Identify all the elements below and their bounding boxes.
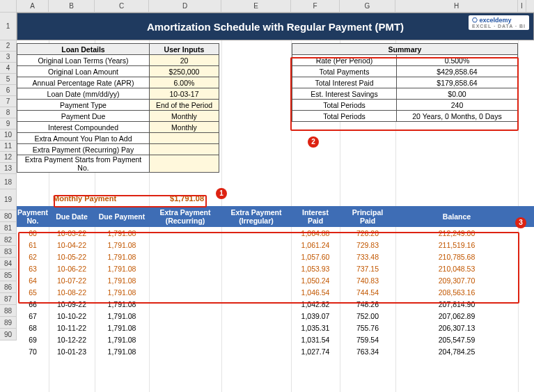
schedule-header: Payment No. Due Date Due Payment Extra P…: [17, 206, 534, 227]
loan-value[interactable]: [150, 144, 219, 155]
monthly-payment-row: Monthly Payment $1,791.08: [53, 192, 534, 205]
loan-label: Annual Percentage Rate (APR): [17, 77, 150, 88]
cell-due-payment: 1,791.08: [95, 312, 149, 320]
row-3[interactable]: 3: [0, 52, 16, 63]
cell-principal-paid: 737.15: [340, 265, 395, 273]
schedule-row[interactable]: 67 10-10-22 1,791.08 1,039.07 752.00 207…: [17, 310, 534, 322]
schedule-row[interactable]: 62 10-05-22 1,791.08 1,057.60 733.48 210…: [17, 251, 534, 262]
cell-interest-paid: 1,046.54: [291, 288, 340, 297]
row-19[interactable]: 19: [0, 189, 16, 210]
row-86[interactable]: 86: [0, 281, 16, 293]
cell-due-date: 10-05-22: [49, 253, 95, 261]
cell-due-payment: 1,791.08: [95, 347, 149, 356]
schedule-row[interactable]: 63 10-06-22 1,791.08 1,053.93 737.15 210…: [17, 262, 534, 274]
row-88[interactable]: 88: [0, 305, 16, 317]
monthly-label: Monthly Payment: [53, 194, 154, 203]
loan-value[interactable]: [150, 133, 219, 144]
cell-due-date: 10-10-22: [49, 312, 95, 320]
row-5[interactable]: 5: [0, 74, 16, 85]
row-10[interactable]: 10: [0, 130, 16, 141]
cell-due-payment: 1,791.08: [95, 324, 149, 332]
cell-payment-no: 62: [17, 253, 49, 261]
cell-principal-paid: 729.83: [340, 241, 395, 249]
row-83[interactable]: 83: [0, 246, 16, 258]
cell-due-payment: 1,791.08: [95, 265, 149, 273]
row-header-col: 1234567891011121318198081828384858687888…: [0, 13, 17, 340]
schedule-row[interactable]: 61 10-04-22 1,791.08 1,061.24 729.83 211…: [17, 239, 534, 251]
cell-principal-paid: 744.54: [340, 288, 395, 297]
col-F[interactable]: F: [291, 0, 340, 12]
cell-due-date: 10-12-22: [49, 336, 95, 344]
schedule-row[interactable]: 64 10-07-22 1,791.08 1,050.24 740.83 209…: [17, 274, 534, 286]
cell-principal-paid: 763.34: [340, 347, 395, 356]
cell-interest-paid: 1,027.74: [291, 347, 340, 356]
row-11[interactable]: 11: [0, 141, 16, 152]
row-90[interactable]: 90: [0, 329, 16, 340]
schedule-row[interactable]: 69 10-12-22 1,791.08 1,031.54 759.54 205…: [17, 334, 534, 345]
loan-value[interactable]: End of the Period: [150, 100, 219, 111]
row-89[interactable]: 89: [0, 317, 16, 329]
row-1[interactable]: 1: [0, 13, 16, 40]
loan-label: Extra Amount You Plan to Add: [17, 133, 150, 144]
loan-value[interactable]: $250,000: [150, 66, 219, 77]
row-13[interactable]: 13: [0, 163, 16, 174]
row-85[interactable]: 85: [0, 269, 16, 281]
cell-due-date: 10-01-23: [49, 347, 95, 356]
user-inputs-header: User Inputs: [150, 44, 219, 55]
loan-details-table: Loan Details User Inputs Original Loan T…: [17, 43, 219, 173]
cell-due-payment: 1,791.08: [95, 288, 149, 297]
loan-row: Annual Percentage Rate (APR) 6.00%: [17, 77, 219, 88]
hdr-extra-recurring: Extra Payment (Recurring): [149, 208, 221, 225]
cell-interest-paid: 1,039.07: [291, 312, 340, 320]
row-18[interactable]: 18: [0, 177, 16, 189]
loan-value[interactable]: Monthly: [150, 122, 219, 133]
row-9[interactable]: 9: [0, 118, 16, 130]
hdr-principal-paid: Principal Paid: [340, 208, 395, 225]
row-2[interactable]: 2: [0, 40, 16, 52]
col-H[interactable]: H: [395, 0, 518, 12]
schedule-row[interactable]: 70 10-01-23 1,791.08 1,027.74 763.34 204…: [17, 345, 534, 357]
cell-due-date: 10-03-22: [49, 229, 95, 237]
row-84[interactable]: 84: [0, 258, 16, 269]
col-D[interactable]: D: [149, 0, 221, 12]
hdr-due-payment: Due Payment: [95, 212, 149, 221]
row-12[interactable]: 12: [0, 152, 16, 163]
col-G[interactable]: G: [340, 0, 395, 12]
row-6[interactable]: 6: [0, 85, 16, 96]
summary-label: Est. Interest Savings: [292, 88, 397, 100]
col-E[interactable]: E: [221, 0, 291, 12]
loan-value[interactable]: [150, 155, 219, 173]
cell-due-payment: 1,791.08: [95, 229, 149, 237]
cell-balance: 207,062.89: [395, 312, 518, 320]
loan-value[interactable]: 20: [150, 55, 219, 66]
summary-value: 240: [397, 100, 518, 111]
cell-payment-no: 64: [17, 276, 49, 285]
row-81[interactable]: 81: [0, 222, 16, 234]
col-B[interactable]: B: [49, 0, 95, 12]
col-C[interactable]: C: [95, 0, 149, 12]
row-82[interactable]: 82: [0, 234, 16, 246]
row-7[interactable]: 7: [0, 96, 16, 107]
row-80[interactable]: 80: [0, 210, 16, 222]
row-8[interactable]: 8: [0, 107, 16, 118]
cell-balance: 210,048.53: [395, 265, 518, 273]
loan-value[interactable]: Monthly: [150, 111, 219, 122]
loan-row: Loan Date (mm/dd/yy) 10-03-17: [17, 88, 219, 100]
loan-value[interactable]: 6.00%: [150, 77, 219, 88]
loan-row: Interest Compounded Monthly: [17, 122, 219, 133]
schedule-row[interactable]: 66 10-09-22 1,791.08 1,042.82 748.26 207…: [17, 298, 534, 310]
schedule-row[interactable]: 65 10-08-22 1,791.08 1,046.54 744.54 208…: [17, 286, 534, 298]
summary-label: Total Periods: [292, 111, 397, 122]
col-A[interactable]: A: [17, 0, 49, 12]
schedule-row[interactable]: 60 10-03-22 1,791.08 1,064.88 726.20 212…: [17, 227, 534, 239]
summary-row: Total Interest Paid $179,858.64: [292, 77, 518, 88]
loan-details-header: Loan Details: [17, 44, 150, 55]
cell-due-date: 10-09-22: [49, 300, 95, 308]
cell-balance: 211,519.16: [395, 241, 518, 249]
schedule-row[interactable]: 68 10-11-22 1,791.08 1,035.31 755.76 206…: [17, 322, 534, 334]
row-4[interactable]: 4: [0, 63, 16, 74]
loan-value[interactable]: 10-03-17: [150, 88, 219, 100]
cell-balance: 207,814.90: [395, 300, 518, 308]
col-I[interactable]: I: [518, 0, 526, 12]
row-87[interactable]: 87: [0, 293, 16, 305]
